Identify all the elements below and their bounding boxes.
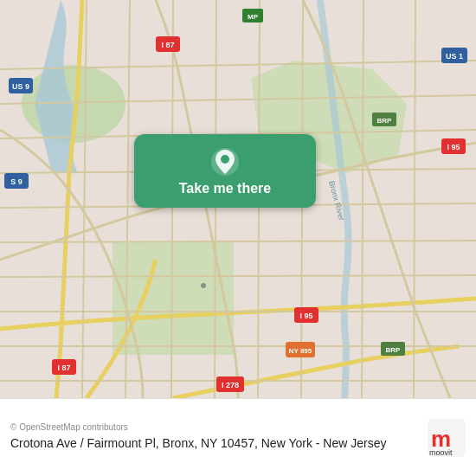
address-section: © OpenStreetMap contributors Crotona Ave… xyxy=(10,422,414,453)
svg-text:BRP: BRP xyxy=(386,346,402,354)
svg-text:I 278: I 278 xyxy=(222,381,239,389)
svg-text:US 9: US 9 xyxy=(12,82,29,91)
svg-text:NY 895: NY 895 xyxy=(289,347,312,355)
svg-text:I 87: I 87 xyxy=(161,41,174,49)
location-pin-icon xyxy=(209,146,241,177)
svg-text:I 95: I 95 xyxy=(299,312,312,320)
address-text: Crotona Ave / Fairmount Pl, Bronx, NY 10… xyxy=(10,435,414,453)
svg-text:BRP: BRP xyxy=(377,117,393,125)
take-me-there-button[interactable]: Take me there xyxy=(134,134,316,208)
svg-text:moovit: moovit xyxy=(429,448,453,457)
svg-text:MP: MP xyxy=(248,13,259,21)
svg-point-49 xyxy=(221,155,229,164)
moovit-icon: m moovit xyxy=(428,419,466,457)
svg-text:I 95: I 95 xyxy=(447,143,460,151)
bottom-bar: © OpenStreetMap contributors Crotona Ave… xyxy=(0,398,476,476)
button-label: Take me there xyxy=(179,181,271,196)
svg-text:I 87: I 87 xyxy=(57,363,70,372)
svg-text:US 1: US 1 xyxy=(446,52,463,61)
copyright-text: © OpenStreetMap contributors xyxy=(10,422,414,432)
svg-point-47 xyxy=(201,283,206,288)
moovit-logo: m moovit xyxy=(428,419,466,457)
map-container: US 9 S 9 I 87 MP US 1 BRP I 95 I 95 NY 8… xyxy=(0,0,476,398)
svg-text:S 9: S 9 xyxy=(10,177,23,186)
